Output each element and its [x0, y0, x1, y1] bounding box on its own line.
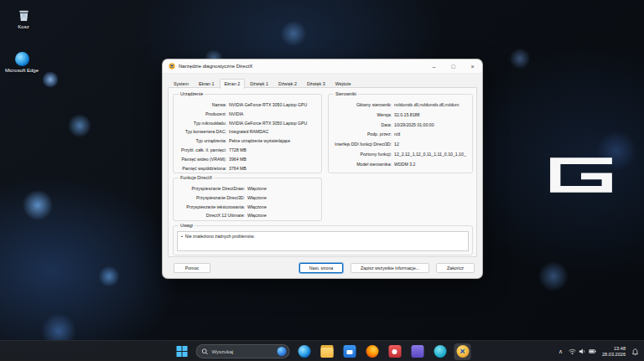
field-label: Model sterownika: — [330, 160, 394, 170]
device-group: Urządzenie Nazwa:NVIDIA GeForce RTX 3050… — [173, 94, 322, 173]
watermark-g-logo — [547, 153, 615, 197]
drivers-group: Sterowniki Główny sterownik:nvldumdx.dll… — [328, 94, 473, 173]
field-label: DirectX 12 Ultimate: — [175, 211, 247, 220]
field-value: 12_2,12_1,12_0,11_1,11_0,10_1,10_ — [394, 150, 470, 160]
start-button[interactable] — [174, 343, 190, 360]
maximize-button[interactable]: □ — [444, 59, 463, 74]
taskbar-microsoft-store[interactable] — [341, 343, 358, 360]
taskbar: Wyszukaj ∧ 13:48 28.03.2026 — [0, 340, 644, 361]
field-value: Włączone — [247, 203, 319, 212]
field-label: Data: — [330, 121, 394, 131]
taskbar-app-blue[interactable] — [432, 343, 449, 360]
device-row: Typ mikroukładu:NVIDIA GeForce RTX 3050 … — [175, 119, 319, 128]
dxdiag-app-icon — [169, 63, 175, 70]
notification-bell-icon[interactable] — [631, 344, 639, 359]
field-value: 32.0.15.8188 — [394, 111, 470, 121]
field-value: nvldumdx.dll,nvldumdx.dll,nvldum — [394, 101, 470, 111]
field-label: Typ konwertera DAC: — [175, 127, 229, 137]
feature-row: DirectX 12 Ultimate:Włączone — [175, 211, 319, 220]
desktop-icon-label: Microsoft Edge — [0, 68, 45, 73]
field-label: Przyspieszanie DirectDraw: — [175, 184, 247, 193]
tab-ekran-1[interactable]: Ekran 1 — [194, 79, 220, 88]
field-value: 12 — [394, 140, 470, 150]
field-value: Włączone — [247, 193, 319, 203]
driver-row: Data:10/29/2025 01:00:00 — [330, 121, 470, 131]
field-value: Pełne urządzenie wyświetlające — [229, 137, 319, 146]
taskbar-app-purple[interactable] — [409, 343, 426, 360]
field-label: Typ urządzenia: — [175, 137, 229, 146]
exit-button[interactable]: Zakończ — [436, 263, 475, 273]
device-row: Typ urządzenia:Pełne urządzenie wyświetl… — [175, 137, 319, 146]
driver-row: Główny sterownik:nvldumdx.dll,nvldumdx.d… — [330, 101, 470, 111]
taskbar-search[interactable]: Wyszukaj — [196, 344, 290, 358]
field-label: Poziomy funkcji: — [330, 150, 394, 160]
field-label: Pamięć współdzielona: — [175, 164, 229, 173]
tab-ekran-2[interactable]: Ekran 2 — [220, 79, 246, 89]
field-value: NVIDIA GeForce RTX 3050 Laptop GPU — [229, 119, 319, 128]
desktop-icon-label: Kosz — [0, 24, 47, 29]
taskbar-file-explorer[interactable] — [319, 343, 335, 360]
field-label: Typ mikroukładu: — [175, 119, 229, 128]
tab-dzwiek-2[interactable]: Dźwięk 2 — [273, 79, 302, 88]
next-page-button[interactable]: Nast. strona — [299, 263, 343, 273]
field-value: 7728 MB — [229, 146, 319, 155]
device-row: Producent:NVIDIA — [175, 110, 319, 119]
field-value: 3764 MB — [229, 164, 319, 173]
field-value: WDDM 3.2 — [394, 160, 470, 170]
field-label: Podp. przez: — [330, 130, 394, 140]
tab-system[interactable]: System — [169, 79, 194, 88]
field-label: Przybl. całk. il. pamięci: — [175, 146, 229, 155]
driver-row: Model sterownika:WDDM 3.2 — [330, 160, 470, 170]
driver-row: Wersja:32.0.15.8188 — [330, 111, 470, 121]
edge-icon — [15, 52, 29, 66]
app-blue-icon — [434, 345, 446, 358]
notes-group: Uwagi • Nie znaleziono żadnych problemów… — [173, 225, 473, 255]
field-label: Interfejs DDI funkcji Direct3D: — [330, 140, 394, 150]
taskbar-firefox[interactable] — [364, 343, 381, 360]
notes-list[interactable]: • Nie znaleziono żadnych problemów. — [177, 231, 469, 251]
close-button[interactable]: × — [463, 59, 482, 74]
tab-wejscie[interactable]: Wejście — [330, 79, 356, 88]
window-title: Narzędzie diagnostyczne DirectX — [179, 64, 252, 69]
taskbar-dxdiag-active[interactable] — [454, 343, 471, 360]
tab-dzwiek-3[interactable]: Dźwięk 3 — [302, 79, 330, 88]
driver-row: Interfejs DDI funkcji Direct3D:12 — [330, 140, 470, 150]
desktop-icon-recycle-bin[interactable]: Kosz — [0, 8, 47, 29]
feature-row: Przyspieszanie teksturowania:Włączone — [175, 203, 319, 212]
taskbar-clock[interactable]: 13:48 28.03.2026 — [602, 346, 626, 358]
group-title: Urządzenie — [179, 91, 205, 97]
device-row: Pamięć współdzielona:3764 MB — [175, 164, 319, 173]
desktop: Kosz Microsoft Edge Narzędzie diagnostyc… — [0, 0, 644, 361]
clock-time: 13:48 — [602, 346, 626, 352]
app-purple-icon — [411, 345, 423, 358]
app-red-icon — [388, 345, 401, 358]
dxdiag-icon — [456, 345, 469, 358]
feature-row: Przyspieszanie Direct3D:Włączone — [175, 193, 319, 203]
driver-row: Podp. przez:n/d — [330, 130, 470, 140]
tray-status-icons[interactable] — [569, 348, 596, 355]
note-bullet: • — [181, 234, 183, 249]
tab-dzwiek-1[interactable]: Dźwięk 1 — [245, 79, 273, 88]
field-label: Wersja: — [330, 111, 394, 121]
group-title: Uwagi — [179, 223, 195, 229]
save-all-information-button[interactable]: Zapisz wszystkie informacje... — [351, 263, 429, 273]
field-label: Producent: — [175, 110, 229, 119]
field-value: NVIDIA GeForce RTX 3050 Laptop GPU — [229, 101, 319, 110]
field-label: Przyspieszanie teksturowania: — [175, 203, 247, 212]
window-titlebar[interactable]: Narzędzie diagnostyczne DirectX – □ × — [163, 59, 482, 74]
search-icon — [202, 348, 209, 355]
field-value: NVIDIA — [229, 110, 319, 119]
battery-icon — [589, 348, 596, 355]
tray-chevron-up-icon[interactable]: ∧ — [558, 348, 563, 355]
recycle-bin-icon — [17, 8, 31, 23]
taskbar-app-red[interactable] — [387, 343, 403, 360]
file-explorer-icon — [320, 345, 333, 358]
field-value: 10/29/2025 01:00:00 — [394, 121, 470, 131]
desktop-icon-microsoft-edge[interactable]: Microsoft Edge — [0, 52, 45, 73]
group-title: Funkcje DirectX — [179, 175, 214, 181]
help-button[interactable]: Pomoc — [174, 263, 210, 273]
minimize-button[interactable]: – — [424, 59, 444, 74]
taskbar-edge[interactable] — [296, 343, 313, 360]
field-label: Pamięć wideo (VRAM): — [175, 155, 229, 164]
windows-logo-icon — [176, 346, 187, 357]
